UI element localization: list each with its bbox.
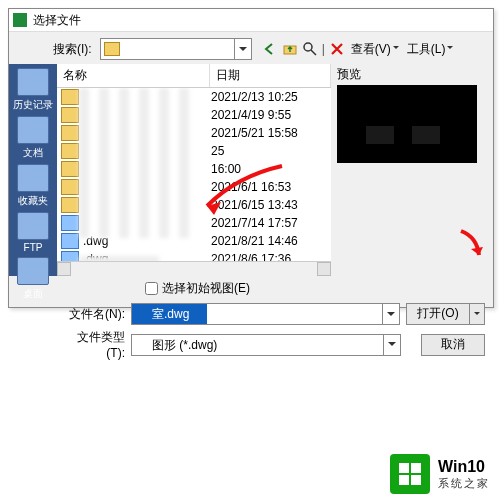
filename-combo[interactable]: 室.dwg [131, 303, 400, 325]
col-name[interactable]: 名称 [57, 64, 210, 87]
initial-view-checkbox[interactable] [145, 282, 158, 295]
search-icon[interactable] [302, 41, 318, 57]
open-button[interactable]: 打开(O) [406, 303, 470, 325]
svg-point-1 [304, 43, 312, 51]
place-label: 收藏夹 [18, 194, 48, 208]
file-list[interactable]: 2021/2/13 10:25 3012021/4/19 9:55 2021/5… [57, 88, 331, 276]
watermark: Win10 系统之家 [380, 448, 500, 500]
ftp-icon [17, 212, 49, 240]
preview-image [337, 85, 477, 163]
chevron-down-icon [393, 46, 399, 52]
win10-logo-icon [390, 454, 430, 494]
separator: | [322, 42, 325, 56]
filename-row: 文件名(N): 室.dwg 打开(O) [65, 303, 485, 325]
dwg-icon [61, 215, 79, 231]
folder-icon [61, 197, 79, 213]
folder-icon [61, 107, 79, 123]
filename-value: 室.dwg [132, 304, 207, 324]
view-menu[interactable]: 查看(V) [349, 41, 401, 58]
horizontal-scrollbar[interactable] [57, 261, 331, 276]
initial-view-row: 选择初始视图(E) [145, 280, 485, 297]
places-bar: 历史记录 文档 收藏夹 FTP 桌面 [9, 64, 57, 276]
place-label: FTP [24, 242, 43, 253]
file-list-pane: 名称 日期 2021/2/13 10:25 3012021/4/19 9:55 … [57, 64, 331, 276]
filetype-value: 图形 (*.dwg) [132, 335, 235, 355]
place-label: 文档 [23, 146, 43, 160]
folder-icon [61, 161, 79, 177]
dwg-icon [61, 233, 79, 249]
chevron-down-icon [447, 46, 453, 52]
place-favorites[interactable]: 收藏夹 [11, 164, 55, 208]
up-folder-icon[interactable] [282, 41, 298, 57]
lookin-row: 搜索(I): | 查看(V) 工具(L) [9, 32, 493, 64]
chevron-down-icon[interactable] [382, 304, 399, 324]
folder-icon [61, 179, 79, 195]
tools-menu[interactable]: 工具(L) [405, 41, 456, 58]
place-label: 历史记录 [13, 98, 53, 112]
preview-label: 预览 [337, 66, 487, 83]
delete-icon[interactable] [329, 41, 345, 57]
chevron-down-icon[interactable] [234, 39, 251, 59]
preview-pane: 预览 [331, 64, 493, 276]
cancel-button[interactable]: 取消 [421, 334, 485, 356]
documents-icon [17, 116, 49, 144]
filetype-combo[interactable]: 图形 (*.dwg) [131, 334, 401, 356]
file-open-dialog: 选择文件 搜索(I): | 查看(V) 工具(L) 历史记录 文档 [8, 8, 494, 308]
app-icon [13, 13, 27, 27]
watermark-line2: 系统之家 [438, 476, 490, 491]
bottom-panel: 选择初始视图(E) 文件名(N): 室.dwg 打开(O) 文件类型(T): 图… [9, 276, 493, 368]
initial-view-label: 选择初始视图(E) [162, 280, 250, 297]
watermark-line1: Win10 [438, 458, 490, 476]
filetype-label: 文件类型(T): [65, 329, 125, 360]
nav-toolbar: | 查看(V) 工具(L) [262, 41, 456, 58]
view-menu-label: 查看(V) [351, 41, 391, 58]
list-header: 名称 日期 [57, 64, 331, 88]
back-icon[interactable] [262, 41, 278, 57]
place-history[interactable]: 历史记录 [11, 68, 55, 112]
filetype-row: 文件类型(T): 图形 (*.dwg) 取消 [65, 329, 485, 360]
filename-label: 文件名(N): [65, 306, 125, 323]
dialog-title: 选择文件 [33, 12, 81, 29]
tools-menu-label: 工具(L) [407, 41, 446, 58]
redacted-area [79, 88, 197, 238]
open-dropdown[interactable] [470, 303, 485, 325]
favorites-icon [17, 164, 49, 192]
lookin-label: 搜索(I): [53, 41, 92, 58]
lookin-combo[interactable] [100, 38, 252, 60]
chevron-down-icon[interactable] [383, 335, 400, 355]
place-documents[interactable]: 文档 [11, 116, 55, 160]
folder-icon [61, 125, 79, 141]
col-date[interactable]: 日期 [210, 64, 331, 87]
history-icon [17, 68, 49, 96]
place-ftp[interactable]: FTP [11, 212, 55, 253]
folder-icon [61, 89, 79, 105]
folder-icon [104, 42, 120, 56]
folder-icon [61, 143, 79, 159]
titlebar[interactable]: 选择文件 [9, 9, 493, 32]
